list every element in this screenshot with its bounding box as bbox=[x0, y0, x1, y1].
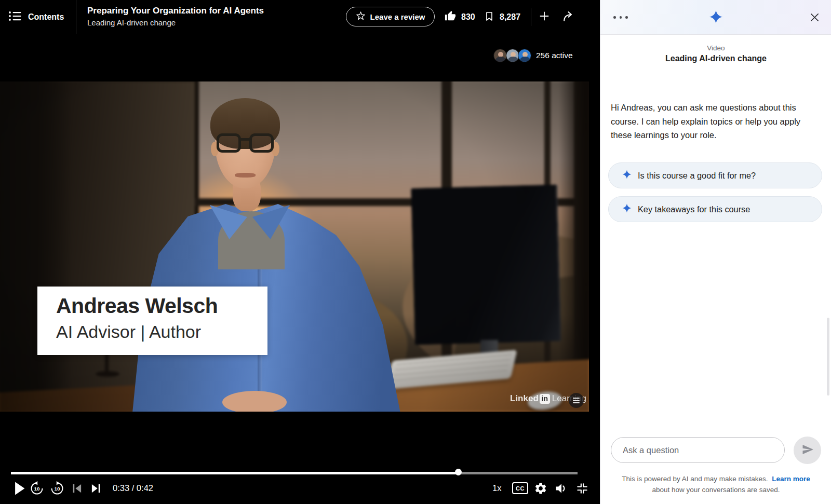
divider bbox=[531, 8, 531, 26]
speaker-name: Andreas Welsch bbox=[56, 294, 218, 318]
suggestion-chip-label: Key takeaways for this course bbox=[638, 205, 750, 214]
seek-handle[interactable] bbox=[455, 469, 462, 475]
settings-button[interactable] bbox=[534, 482, 547, 497]
ai-panel-header bbox=[600, 0, 831, 35]
add-to-collection-button[interactable] bbox=[538, 0, 551, 34]
disclaimer-text: This is powered by AI and may make mista… bbox=[622, 475, 768, 483]
glasses bbox=[217, 133, 274, 154]
exit-fullscreen-button[interactable] bbox=[575, 482, 589, 497]
leave-review-button[interactable]: Leave a review bbox=[346, 7, 435, 26]
ai-coach-panel: Video Leading AI-driven change Hi Andrea… bbox=[600, 0, 831, 504]
close-panel-button[interactable] bbox=[809, 0, 820, 35]
seek-bar[interactable] bbox=[11, 472, 578, 474]
settings-gear-icon bbox=[534, 482, 547, 497]
share-button[interactable] bbox=[562, 0, 575, 34]
speaker-name-card: Andreas Welsch AI Advisor | Author bbox=[37, 287, 267, 355]
active-viewers-row: 256 active bbox=[0, 42, 589, 70]
learn-more-link[interactable]: Learn more bbox=[772, 475, 810, 483]
divider bbox=[76, 0, 76, 34]
presenter bbox=[0, 81, 589, 412]
bookmark-count: 8,287 bbox=[500, 12, 520, 22]
bookmark-button[interactable]: 8,287 bbox=[484, 0, 520, 34]
next-icon bbox=[89, 482, 103, 497]
forward-10-icon: 10 bbox=[50, 481, 64, 498]
suggestion-chip-key-takeaways[interactable]: Key takeaways for this course bbox=[608, 196, 822, 222]
avatar bbox=[518, 49, 531, 62]
time-display: 0:33 / 0:42 bbox=[113, 483, 153, 493]
captions-label: CC bbox=[516, 485, 525, 492]
panel-video-title: Leading AI-driven change bbox=[600, 54, 831, 63]
star-icon bbox=[356, 11, 366, 23]
active-viewers-count: 256 active bbox=[536, 49, 573, 62]
svg-text:10: 10 bbox=[54, 486, 60, 492]
previous-icon bbox=[70, 482, 84, 497]
course-title-block: Preparing Your Organization for AI Agent… bbox=[87, 5, 264, 29]
suggestion-chip-good-fit[interactable]: Is this course a good fit for me? bbox=[608, 162, 822, 188]
play-button[interactable] bbox=[11, 480, 26, 499]
transcript-badge-icon[interactable] bbox=[569, 393, 584, 408]
contents-list-icon bbox=[8, 10, 22, 24]
sparkle-icon bbox=[622, 170, 632, 181]
rewind-10-button[interactable]: 10 bbox=[30, 481, 44, 498]
linkedin-logo-badge: in bbox=[540, 394, 550, 404]
like-count: 830 bbox=[461, 12, 475, 22]
previous-video-button[interactable] bbox=[70, 482, 84, 497]
suggestion-chip-label: Is this course a good fit for me? bbox=[638, 171, 756, 181]
disclaimer-text: about how your conversations are saved. bbox=[652, 486, 780, 494]
panel-scrollbar[interactable] bbox=[827, 318, 829, 396]
speaker-role: AI Advisor | Author bbox=[56, 322, 201, 342]
ai-disclaimer: This is powered by AI and may make mista… bbox=[600, 473, 831, 495]
course-title: Preparing Your Organization for AI Agent… bbox=[87, 5, 264, 17]
video-player-surface[interactable]: Andreas Welsch AI Advisor | Author Linke… bbox=[0, 81, 589, 412]
playback-speed-button[interactable]: 1x bbox=[492, 483, 501, 493]
minimize-screen-icon bbox=[575, 482, 589, 497]
contents-label: Contents bbox=[28, 12, 64, 22]
avatar bbox=[493, 49, 507, 62]
content-type-label: Video bbox=[600, 44, 831, 52]
linkedin-learning-app: Contents Preparing Your Organization for… bbox=[0, 0, 831, 504]
send-icon bbox=[801, 443, 814, 457]
contents-button[interactable]: Contents bbox=[8, 0, 64, 34]
volume-icon bbox=[554, 481, 569, 498]
like-button[interactable]: 830 bbox=[445, 0, 475, 34]
forward-10-button[interactable]: 10 bbox=[50, 481, 64, 498]
svg-text:10: 10 bbox=[34, 486, 40, 492]
send-button[interactable] bbox=[794, 437, 821, 464]
sparkle-icon bbox=[622, 203, 632, 215]
seek-bar-fill bbox=[11, 472, 459, 474]
top-bar: Contents Preparing Your Organization for… bbox=[0, 0, 600, 34]
next-video-button[interactable] bbox=[89, 482, 103, 497]
ask-question-input[interactable] bbox=[611, 437, 785, 463]
plus-icon bbox=[538, 10, 551, 24]
leave-review-label: Leave a review bbox=[370, 12, 425, 21]
captions-button[interactable]: CC bbox=[512, 482, 528, 494]
ai-greeting-message: Hi Andreas, you can ask me questions abo… bbox=[611, 101, 819, 142]
rewind-10-icon: 10 bbox=[30, 481, 44, 498]
thumbs-up-icon bbox=[445, 10, 456, 24]
bookmark-icon bbox=[484, 11, 494, 24]
ai-sparkle-icon bbox=[709, 10, 723, 26]
volume-button[interactable] bbox=[554, 481, 569, 498]
play-icon bbox=[11, 480, 26, 499]
lesson-title: Leading AI-driven change bbox=[87, 17, 264, 29]
share-arrow-icon bbox=[562, 10, 575, 25]
overflow-menu-button[interactable] bbox=[613, 0, 628, 35]
